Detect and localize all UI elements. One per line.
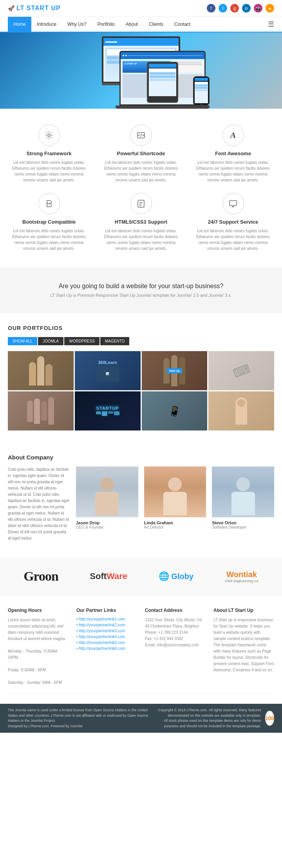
feature-font-awesome: A Font Awesome Lid est laborum dolo rume… — [192, 124, 274, 183]
badge-100: 100 — [265, 711, 274, 726]
cta-section: Are you going to build a website for you… — [0, 267, 282, 313]
portfolio-item-2[interactable]: 360Learn 📊 — [75, 351, 141, 390]
client-groon: Groon — [24, 569, 58, 584]
partner-link-2[interactable]: http://yourpartnerlink2.com — [76, 623, 137, 627]
footer-divider — [8, 694, 274, 694]
nav-about[interactable]: About — [120, 17, 143, 32]
feature-support: 24/7 Support Service Lid est laborum dol… — [192, 193, 274, 251]
logo[interactable]: 🚀 LT START UP — [8, 5, 61, 12]
features-section: Strong Framework Lid est laborum dolo ru… — [0, 109, 282, 267]
cta-text: LT Start Up is Premium Responsive Start … — [8, 293, 274, 298]
svg-rect-3 — [230, 201, 237, 206]
footer-links: Our Partner Links http://yourpartnerlink… — [76, 608, 137, 686]
globe-icon: 🌐 — [159, 571, 169, 581]
portfolio-item-3[interactable]: Start Up — [142, 351, 208, 390]
bootstrap-icon — [38, 193, 60, 214]
footer-hours-text: Lorem ipsum dolor sit amet, consectetuer… — [8, 617, 69, 686]
bottom-bar-right-text: Copyright © 2013 LTheme.com. All rights … — [157, 708, 261, 729]
bottom-bar-right-wrapper: Copyright © 2013 LTheme.com. All rights … — [157, 708, 274, 729]
logo-text: LT START UP — [16, 5, 61, 12]
client-software: SoftWare — [90, 571, 127, 581]
instagram-icon[interactable]: 📷 — [254, 4, 262, 13]
footer-about-text: LT Start up is responsive business for S… — [213, 617, 274, 673]
client-globy: 🌐 Globy — [159, 571, 193, 581]
feature-bootstrap: Bootstrap Compatible Lid est laborum dol… — [8, 193, 90, 251]
bottom-bar: The Joomla name is used under a limited … — [0, 704, 282, 733]
feature-3-title: Font Awesome — [192, 151, 274, 156]
feature-1-title: Strong Framework — [8, 151, 90, 156]
linda-name: Linda Graham — [144, 520, 206, 525]
linkedin-icon[interactable]: in — [242, 4, 251, 13]
feature-2-text: Lid est laborum dolo rumes fugiats untas… — [100, 160, 182, 183]
social-icons: f t g in 📷 ● — [207, 4, 274, 13]
portfolio-item-8[interactable] — [208, 391, 274, 430]
main-nav: Home Introduce Why Us? Portfolio About C… — [0, 17, 282, 32]
partner-link-6[interactable]: http://yourpartnerlink6.com — [76, 646, 137, 651]
nav-portfolio[interactable]: Portfolio — [92, 17, 120, 32]
partner-link-5[interactable]: http://yourpartnerlink5.com — [76, 640, 137, 645]
partner-link-1[interactable]: http://yourpartnerlink1.com — [76, 617, 137, 621]
feature-4-title: Bootstrap Compatible — [8, 219, 90, 225]
nav-items: Home Introduce Why Us? Portfolio About C… — [8, 17, 196, 32]
feature-2-title: Powerful Shortcode — [100, 151, 182, 156]
strong-framework-icon — [38, 124, 60, 146]
nav-clients[interactable]: Clients — [143, 17, 169, 32]
portfolio-filters: SHOW ALL JOOMLA WORDPRESS MAGENTO — [8, 337, 274, 345]
footer-contact: Contact Address 1332 Your Street, City W… — [145, 608, 206, 686]
nav-home[interactable]: Home — [8, 17, 31, 32]
feature-4-text: Lid est laborum dolo rumes fugiats untas… — [8, 228, 90, 251]
footer-about: About LT Start Up LT Start up is respons… — [213, 608, 274, 686]
shortcode-icon — [130, 124, 152, 146]
nav-introduce[interactable]: Introduce — [31, 17, 62, 32]
nav-whyus[interactable]: Why Us? — [62, 17, 92, 32]
portfolio-item-7[interactable]: 📱 — [142, 391, 208, 430]
logo-icon: 🚀 — [8, 5, 14, 11]
footer-hours-title: Opening Hours — [8, 608, 69, 613]
footer-about-title: About LT Start Up — [213, 608, 274, 613]
portfolio-item-5[interactable] — [8, 391, 74, 430]
filter-show-all[interactable]: SHOW ALL — [8, 337, 37, 345]
steve-role: Software Developer — [212, 525, 274, 529]
support-icon — [222, 193, 244, 214]
hero-section: LT START UP — [0, 32, 282, 109]
portfolio-title: OUR PORTFOLIOS — [8, 325, 274, 331]
header: 🚀 LT START UP f t g in 📷 ● — [0, 0, 282, 17]
portfolio-section: OUR PORTFOLIOS SHOW ALL JOOMLA WORDPRESS… — [0, 313, 282, 442]
footer-contact-title: Contact Address — [145, 608, 206, 613]
feature-strong-framework: Strong Framework Lid est laborum dolo ru… — [8, 124, 90, 183]
linda-photo — [144, 466, 206, 517]
feature-5-text: Lid est laborum dolo rumes fugiats untas… — [100, 228, 182, 251]
team-member-linda: Linda Graham Art Director — [144, 466, 206, 529]
portfolio-item-1[interactable] — [8, 351, 74, 390]
feature-6-title: 24/7 Support Service — [192, 219, 274, 225]
html5-icon — [130, 193, 152, 214]
portfolio-grid: 360Learn 📊 Start Up ⌨ — [8, 351, 274, 430]
feature-1-text: Lid est laborum dolo rumes fugiats untas… — [8, 160, 90, 183]
googleplus-icon[interactable]: g — [230, 4, 239, 13]
steve-name: Steve Orton — [212, 520, 274, 525]
hamburger-menu[interactable]: ☰ — [268, 20, 274, 29]
portfolio-item-4[interactable]: ⌨ — [208, 351, 274, 390]
footer-grid: Opening Hours Lorem ipsum dolor sit amet… — [8, 608, 274, 686]
portfolio-item-6[interactable]: STARTUP — [75, 391, 141, 430]
svg-point-0 — [48, 134, 50, 136]
rss-icon[interactable]: ● — [266, 4, 274, 13]
facebook-icon[interactable]: f — [207, 4, 215, 13]
features-grid: Strong Framework Lid est laborum dolo ru… — [8, 124, 274, 251]
about-title: About Company — [8, 454, 274, 461]
partner-link-3[interactable]: http://yourpartnerlink3.com — [76, 629, 137, 633]
team-member-steve: Steve Orton Software Developer — [212, 466, 274, 529]
about-section: About Company Cras justo odio, dapibus a… — [0, 442, 282, 557]
filter-wordpress[interactable]: WORDPRESS — [64, 337, 99, 345]
twitter-icon[interactable]: t — [219, 4, 227, 13]
footer-links-title: Our Partner Links — [76, 608, 137, 613]
clients-section: Groon SoftWare 🌐 Globy Wontiak Civil eng… — [0, 557, 282, 595]
filter-magento[interactable]: MAGENTO — [100, 337, 129, 345]
partner-link-4[interactable]: http://yourpartnerlink4.com — [76, 635, 137, 639]
steve-photo — [212, 466, 274, 517]
feature-6-text: Lid est laborum dolo rumes fugiats untas… — [192, 228, 274, 251]
nav-contact[interactable]: Contact — [169, 17, 196, 32]
feature-shortcode: Powerful Shortcode Lid est laborum dolo … — [100, 124, 182, 183]
filter-joomla[interactable]: JOOMLA — [38, 337, 63, 345]
font-awesome-icon: A — [222, 124, 244, 146]
